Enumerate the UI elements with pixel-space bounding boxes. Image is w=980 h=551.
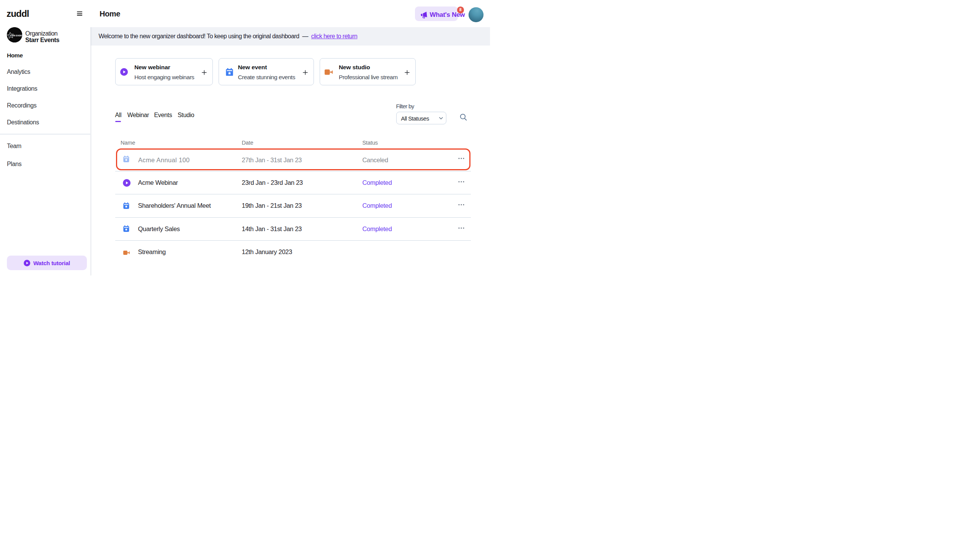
- svg-text:STAR EVENT: STAR EVENT: [10, 34, 22, 37]
